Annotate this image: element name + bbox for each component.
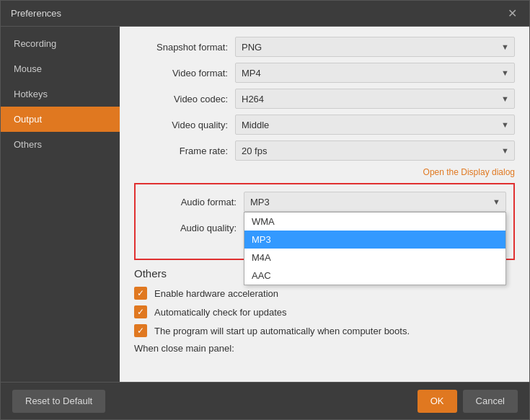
content-area: Recording Mouse Hotkeys Output Others Sn…	[1, 27, 529, 382]
startup-checkbox-label: The program will start up automatically …	[154, 326, 410, 336]
updates-checkbox-label: Automatically check for updates	[154, 307, 287, 318]
video-codec-select[interactable]: H264	[235, 89, 515, 109]
video-quality-select[interactable]: Middle	[235, 115, 515, 135]
frame-rate-label: Frame rate:	[134, 146, 228, 156]
title-bar: Preferences ✕	[1, 1, 529, 27]
reset-button[interactable]: Reset to Default	[12, 390, 105, 413]
updates-checkbox-row: ✓ Automatically check for updates	[134, 305, 515, 318]
video-codec-row: Video codec: H264 ▼	[134, 89, 515, 109]
audio-format-select-wrapper: MP3 ▼ WMA MP3 M4A AAC	[244, 192, 506, 212]
close-button[interactable]: ✕	[505, 6, 519, 21]
sidebar: Recording Mouse Hotkeys Output Others	[1, 27, 120, 382]
updates-checkmark-icon: ✓	[137, 307, 144, 317]
snapshot-format-row: Snapshot format: PNG ▼	[134, 37, 515, 57]
snapshot-format-select-wrapper: PNG ▼	[235, 37, 515, 57]
cancel-button[interactable]: Cancel	[463, 390, 518, 413]
hardware-checkbox-row: ✓ Enable hardware acceleration	[134, 287, 515, 300]
audio-format-dropdown[interactable]: WMA MP3 M4A AAC	[244, 212, 506, 285]
sidebar-item-hotkeys[interactable]: Hotkeys	[1, 81, 120, 107]
hardware-checkbox-label: Enable hardware acceleration	[154, 288, 278, 299]
hardware-checkbox[interactable]: ✓	[134, 287, 147, 300]
sidebar-item-mouse[interactable]: Mouse	[1, 56, 120, 81]
startup-checkmark-icon: ✓	[137, 326, 144, 336]
updates-checkbox[interactable]: ✓	[134, 305, 147, 318]
audio-quality-label: Audio quality:	[143, 223, 237, 233]
video-format-select[interactable]: MP4	[235, 63, 515, 83]
video-quality-label: Video quality:	[134, 120, 228, 130]
snapshot-format-label: Snapshot format:	[134, 42, 228, 53]
audio-section: Audio format: MP3 ▼ WMA MP3 M4A AAC	[134, 183, 515, 260]
frame-rate-select[interactable]: 20 fps	[235, 140, 515, 161]
when-close-label: When close main panel:	[134, 343, 234, 354]
dropdown-option-wma[interactable]: WMA	[244, 213, 505, 231]
open-display-link[interactable]: Open the Display dialog	[423, 167, 515, 177]
main-content: Snapshot format: PNG ▼ Video format: MP4…	[120, 27, 529, 382]
video-quality-row: Video quality: Middle ▼	[134, 115, 515, 135]
ok-button[interactable]: OK	[418, 390, 457, 413]
video-quality-select-wrapper: Middle ▼	[235, 115, 515, 135]
preferences-dialog: Preferences ✕ Recording Mouse Hotkeys Ou…	[0, 0, 530, 420]
footer: Reset to Default OK Cancel	[1, 382, 529, 419]
video-codec-label: Video codec:	[134, 94, 228, 104]
startup-checkbox-row: ✓ The program will start up automaticall…	[134, 324, 515, 337]
sidebar-item-others[interactable]: Others	[1, 132, 120, 157]
sidebar-item-output[interactable]: Output	[1, 107, 120, 132]
video-format-row: Video format: MP4 ▼	[134, 63, 515, 83]
dialog-title: Preferences	[11, 8, 61, 19]
footer-right: OK Cancel	[418, 390, 518, 413]
startup-checkbox[interactable]: ✓	[134, 324, 147, 337]
audio-format-row: Audio format: MP3 ▼ WMA MP3 M4A AAC	[143, 192, 506, 212]
dropdown-option-mp3[interactable]: MP3	[244, 231, 505, 249]
when-close-row: When close main panel:	[134, 343, 515, 354]
video-codec-select-wrapper: H264 ▼	[235, 89, 515, 109]
dropdown-option-aac[interactable]: AAC	[244, 267, 505, 285]
audio-format-select[interactable]: MP3	[244, 192, 506, 212]
video-format-select-wrapper: MP4 ▼	[235, 63, 515, 83]
dropdown-option-m4a[interactable]: M4A	[244, 249, 505, 267]
frame-rate-row: Frame rate: 20 fps ▼	[134, 140, 515, 161]
video-format-label: Video format:	[134, 68, 228, 79]
sidebar-item-recording[interactable]: Recording	[1, 31, 120, 56]
display-link-row: Open the Display dialog	[134, 166, 515, 177]
hardware-checkmark-icon: ✓	[137, 288, 144, 298]
snapshot-format-select[interactable]: PNG	[235, 37, 515, 57]
audio-format-label: Audio format:	[143, 197, 237, 207]
frame-rate-select-wrapper: 20 fps ▼	[235, 140, 515, 161]
